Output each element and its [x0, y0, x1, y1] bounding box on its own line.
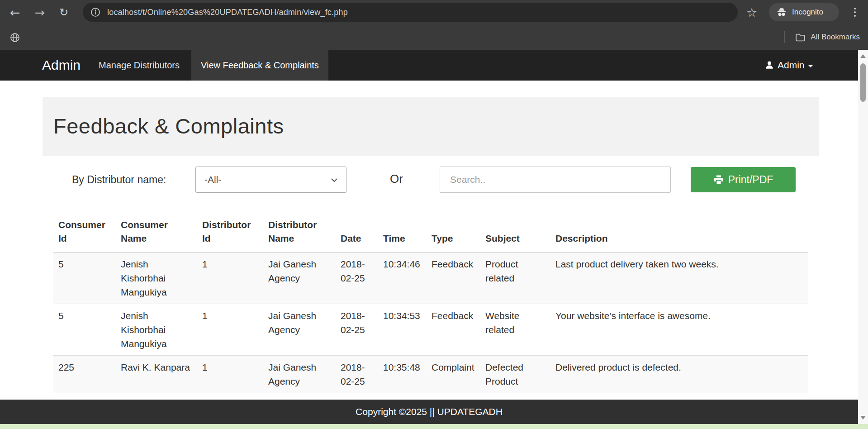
scroll-up-button[interactable] [858, 52, 868, 61]
column-header-date: Date [336, 211, 378, 253]
print-pdf-button[interactable]: Print/PDF [691, 167, 796, 192]
table-row: 5 Jenish Kishorbhai Mangukiya 1 Jai Gane… [53, 253, 808, 304]
page-header: Feedback & Complaints [43, 97, 819, 156]
user-menu-label: Admin [778, 60, 805, 71]
nav-item-view-feedback-complaints[interactable]: View Feedback & Complaints [191, 50, 328, 81]
cell-type: Feedback [427, 253, 480, 304]
page-title: Feedback & Complaints [53, 114, 284, 138]
cell-consumer-name: Jenish Kishorbhai Mangukiya [116, 253, 197, 304]
cell-consumer-name: Jenish Kishorbhai Mangukiya [116, 304, 197, 356]
cell-consumer-id: 225 [53, 356, 116, 393]
chevron-down-icon [331, 178, 338, 182]
filter-row: By Distributor name: -All- Or Print/PDF [0, 167, 858, 193]
nav-items: Manage Distributors View Feedback & Comp… [91, 50, 328, 81]
incognito-badge[interactable]: Incognito [769, 3, 839, 21]
navbar-brand[interactable]: Admin [42, 50, 81, 81]
cell-distributor-id: 1 [197, 356, 263, 393]
cell-date: 2018-02-25 [336, 356, 378, 393]
print-pdf-label: Print/PDF [728, 174, 773, 186]
bookmarks-bar: All Bookmarks [0, 24, 868, 50]
table-header-row: Consumer Id Consumer Name Distributor Id… [53, 211, 808, 253]
incognito-label: Incognito [792, 8, 823, 17]
cell-subject: Product related [480, 253, 550, 304]
browser-menu-button[interactable] [847, 0, 863, 24]
folder-icon [795, 32, 806, 43]
cell-distributor-name: Jai Ganesh Agency [263, 356, 336, 393]
cell-subject: Defected Product [480, 356, 550, 393]
cell-time: 10:34:53 [378, 304, 427, 356]
scrollbar[interactable] [858, 50, 868, 424]
table-row: 225 Ravi K. Kanpara 1 Jai Ganesh Agency … [53, 356, 808, 393]
search-input[interactable] [440, 167, 671, 193]
page-viewport: Admin Manage Distributors View Feedback … [0, 50, 858, 429]
footer: Copyright ©2025 || UPDATEGADH [0, 400, 858, 424]
scroll-down-button[interactable] [858, 413, 868, 422]
column-header-distributor-id: Distributor Id [197, 211, 263, 253]
screen: ← → ↻ localhost/t/Online%20Gas%20UPDATEG… [0, 0, 868, 429]
cell-description: Delivered product is defected. [550, 356, 808, 393]
cell-subject: Website related [480, 304, 550, 356]
column-header-type: Type [427, 211, 480, 253]
column-header-description: Description [550, 211, 808, 253]
table-row: 5 Jenish Kishorbhai Mangukiya 1 Jai Gane… [53, 304, 808, 356]
printer-icon [713, 174, 724, 185]
bookmark-star-icon[interactable]: ☆ [744, 0, 760, 24]
cell-date: 2018-02-25 [336, 253, 378, 304]
navbar: Admin Manage Distributors View Feedback … [0, 50, 858, 81]
column-header-consumer-name: Consumer Name [116, 211, 197, 253]
cell-distributor-id: 1 [197, 253, 263, 304]
all-bookmarks-label: All Bookmarks [811, 33, 860, 42]
column-header-consumer-id: Consumer Id [53, 211, 116, 253]
cell-consumer-name: Ravi K. Kanpara [116, 356, 197, 393]
info-icon[interactable] [90, 6, 101, 18]
cell-distributor-id: 1 [197, 304, 263, 356]
cell-distributor-name: Jai Ganesh Agency [263, 304, 336, 356]
distributor-filter-label: By Distributor name: [72, 167, 166, 193]
cell-time: 10:34:46 [378, 253, 427, 304]
or-label: Or [390, 167, 403, 193]
all-bookmarks-button[interactable]: All Bookmarks [784, 24, 860, 50]
column-header-time: Time [378, 211, 427, 253]
incognito-icon [776, 6, 787, 18]
browser-chrome: ← → ↻ localhost/t/Online%20Gas%20UPDATEG… [0, 0, 868, 50]
cell-consumer-id: 5 [53, 253, 116, 304]
distributor-select[interactable]: -All- [195, 167, 346, 193]
distributor-select-value: -All- [204, 174, 221, 185]
globe-bookmark-icon[interactable] [9, 32, 21, 43]
copyright-text: Copyright ©2025 || UPDATEGADH [356, 406, 503, 417]
back-icon[interactable]: ← [5, 0, 25, 24]
cell-distributor-name: Jai Ganesh Agency [263, 253, 336, 304]
bottom-strip [0, 424, 868, 429]
cell-type: Feedback [427, 304, 480, 356]
person-icon [764, 60, 774, 70]
cell-type: Complaint [427, 356, 480, 393]
cell-date: 2018-02-25 [336, 304, 378, 356]
column-header-distributor-name: Distributor Name [263, 211, 336, 253]
address-bar[interactable]: localhost/t/Online%20Gas%20UPDATEGADH/ad… [83, 3, 738, 22]
bookmarks-divider [784, 31, 785, 43]
feedback-table: Consumer Id Consumer Name Distributor Id… [53, 211, 808, 393]
scroll-thumb[interactable] [860, 63, 866, 102]
cell-description: Last product delivery taken two weeks. [550, 253, 808, 304]
caret-down-icon [808, 65, 813, 67]
cell-consumer-id: 5 [53, 304, 116, 356]
reload-icon[interactable]: ↻ [54, 0, 74, 24]
url-text: localhost/t/Online%20Gas%20UPDATEGADH/ad… [107, 8, 348, 17]
admin-user-menu[interactable]: Admin [764, 50, 813, 81]
column-header-subject: Subject [480, 211, 550, 253]
cell-time: 10:35:48 [378, 356, 427, 393]
browser-toolbar: ← → ↻ localhost/t/Online%20Gas%20UPDATEG… [0, 0, 868, 24]
forward-icon[interactable]: → [30, 0, 50, 24]
nav-item-manage-distributors[interactable]: Manage Distributors [91, 50, 187, 81]
cell-description: Your website's interface is awesome. [550, 304, 808, 356]
